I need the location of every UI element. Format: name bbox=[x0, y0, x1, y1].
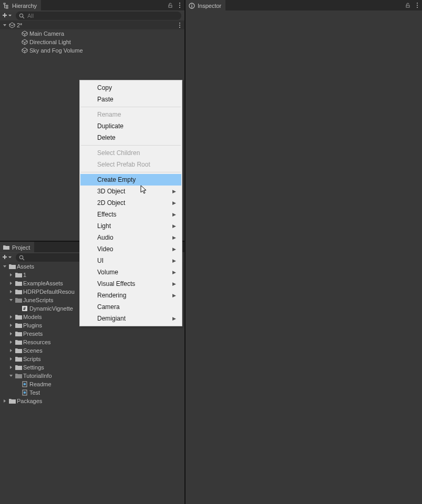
menu-item-label: Select Prefab Root bbox=[97, 161, 150, 168]
folder-row[interactable]: Resources bbox=[0, 338, 184, 346]
lock-icon bbox=[405, 3, 410, 8]
menu-item[interactable]: Effects▶ bbox=[80, 209, 181, 220]
foldout-icon[interactable] bbox=[8, 314, 14, 320]
foldout-icon[interactable] bbox=[8, 323, 14, 328]
menu-item-label: Paste bbox=[97, 96, 114, 103]
hierarchy-tab-label: Hierarchy bbox=[12, 3, 37, 9]
folder-icon bbox=[8, 263, 16, 270]
menu-item-label: 3D Object bbox=[97, 188, 125, 195]
create-button[interactable] bbox=[1, 12, 13, 20]
foldout-icon[interactable] bbox=[8, 348, 14, 353]
menu-item[interactable]: Rendering▶ bbox=[80, 290, 181, 301]
menu-item[interactable]: Light▶ bbox=[80, 220, 181, 232]
inspector-lock-button[interactable] bbox=[403, 0, 413, 11]
hierarchy-tab[interactable]: Hierarchy bbox=[0, 0, 41, 11]
foldout-icon[interactable] bbox=[8, 356, 14, 362]
folder-row[interactable]: Packages bbox=[0, 397, 184, 405]
folder-row[interactable]: Settings bbox=[0, 363, 184, 372]
menu-item[interactable]: Create Empty bbox=[80, 174, 181, 186]
hierarchy-menu-button[interactable] bbox=[175, 0, 184, 11]
folder-label: JuneScripts bbox=[23, 297, 53, 303]
folder-row[interactable]: Scenes bbox=[0, 346, 184, 355]
file-icon bbox=[21, 380, 28, 388]
folder-row[interactable]: Scripts bbox=[0, 355, 184, 363]
foldout-icon[interactable] bbox=[2, 398, 7, 404]
foldout-icon[interactable] bbox=[2, 23, 7, 28]
file-row[interactable]: Test bbox=[0, 388, 184, 397]
gameobject-row[interactable]: Sky and Fog Volume bbox=[0, 46, 184, 55]
foldout-icon[interactable] bbox=[8, 365, 14, 370]
menu-item[interactable]: 2D Object▶ bbox=[80, 197, 181, 209]
hierarchy-search-input[interactable] bbox=[27, 13, 178, 19]
inspector-tabstrip: Inspector bbox=[186, 0, 422, 11]
menu-item-label: Effects bbox=[97, 211, 116, 218]
foldout-icon[interactable] bbox=[8, 289, 14, 294]
foldout-icon[interactable] bbox=[8, 340, 14, 345]
inspector-tab-label: Inspector bbox=[198, 3, 221, 9]
menu-item-label: Copy bbox=[97, 84, 112, 91]
folder-label: Presets bbox=[23, 331, 43, 337]
hierarchy-lock-button[interactable] bbox=[166, 0, 175, 11]
foldout-icon[interactable] bbox=[8, 272, 14, 277]
menu-item[interactable]: Visual Effects▶ bbox=[80, 278, 181, 290]
svg-point-5 bbox=[19, 255, 23, 259]
gameobject-label: Sky and Fog Volume bbox=[29, 47, 83, 54]
project-tab[interactable]: Project bbox=[0, 242, 34, 252]
menu-item[interactable]: Delete bbox=[80, 132, 181, 143]
gameobject-row[interactable]: Directional Light bbox=[0, 38, 184, 46]
menu-item-label: Video bbox=[97, 245, 113, 253]
menu-item[interactable]: Demigiant▶ bbox=[80, 313, 181, 324]
menu-item[interactable]: Audio▶ bbox=[80, 232, 181, 243]
inspector-menu-button[interactable] bbox=[413, 0, 422, 11]
menu-item[interactable]: Copy bbox=[80, 82, 181, 94]
menu-item[interactable]: Paste bbox=[80, 94, 181, 105]
foldout-icon[interactable] bbox=[8, 297, 14, 303]
foldout-icon[interactable] bbox=[2, 264, 7, 269]
folder-label: Plugins bbox=[23, 322, 42, 328]
gameobject-row[interactable]: Main Camera bbox=[0, 29, 184, 38]
menu-item-label: Rename bbox=[97, 111, 121, 118]
folder-icon bbox=[15, 330, 22, 337]
search-icon bbox=[19, 255, 25, 261]
scene-icon bbox=[8, 22, 16, 29]
menu-item-label: Demigiant bbox=[97, 315, 126, 322]
menu-item[interactable]: Volume▶ bbox=[80, 266, 181, 278]
menu-item[interactable]: Video▶ bbox=[80, 243, 181, 255]
svg-rect-2 bbox=[6, 7, 8, 8]
menu-item-label: Duplicate bbox=[97, 122, 123, 130]
folder-label: Scenes bbox=[23, 347, 43, 354]
foldout-icon[interactable] bbox=[8, 331, 14, 336]
folder-icon bbox=[15, 313, 22, 321]
menu-item[interactable]: 3D Object▶ bbox=[80, 186, 181, 197]
scene-label: 2* bbox=[17, 22, 22, 28]
menu-separator bbox=[81, 107, 181, 107]
menu-item-label: Rendering bbox=[97, 292, 126, 299]
kebab-icon bbox=[417, 2, 418, 8]
folder-row[interactable]: TutorialInfo bbox=[0, 372, 184, 380]
menu-item[interactable]: Camera bbox=[80, 301, 181, 313]
chevron-right-icon: ▶ bbox=[172, 316, 176, 321]
folder-label: Packages bbox=[17, 398, 42, 404]
gameobject-icon bbox=[21, 30, 28, 37]
foldout-icon[interactable] bbox=[8, 281, 14, 286]
file-label: Test bbox=[29, 389, 40, 396]
file-icon bbox=[21, 389, 28, 396]
menu-item[interactable]: Duplicate bbox=[80, 120, 181, 132]
folder-row[interactable]: Presets bbox=[0, 330, 184, 338]
scene-row[interactable]: 2* bbox=[0, 20, 184, 29]
create-button[interactable] bbox=[1, 253, 13, 262]
menu-item-label: Camera bbox=[97, 303, 120, 311]
foldout-icon[interactable] bbox=[8, 373, 14, 378]
inspector-panel: Inspector bbox=[186, 0, 422, 504]
file-row[interactable]: Readme bbox=[0, 380, 184, 388]
kebab-icon bbox=[179, 2, 180, 8]
folder-icon bbox=[15, 372, 22, 379]
folder-label: Settings bbox=[23, 364, 44, 371]
kebab-icon[interactable] bbox=[179, 22, 180, 28]
gameobject-icon bbox=[21, 47, 28, 54]
chevron-right-icon: ▶ bbox=[172, 281, 176, 286]
folder-icon bbox=[8, 397, 16, 405]
inspector-tab[interactable]: Inspector bbox=[186, 0, 225, 11]
menu-item[interactable]: UI▶ bbox=[80, 255, 181, 266]
hierarchy-search[interactable] bbox=[16, 12, 181, 20]
